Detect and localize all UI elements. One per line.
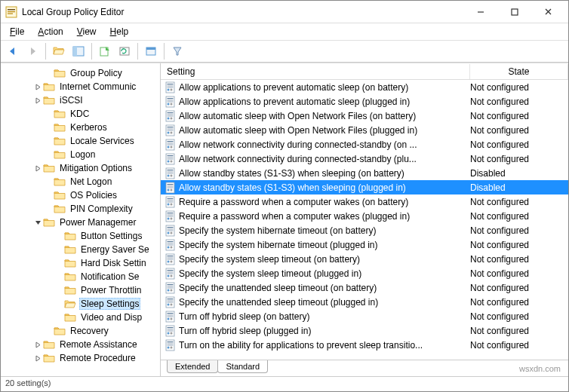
tree-expand-icon[interactable] xyxy=(32,355,43,362)
setting-row[interactable]: Require a password when a computer wakes… xyxy=(161,209,568,223)
tree-item[interactable]: Mitigation Options xyxy=(1,161,160,175)
setting-row[interactable]: Require a password when a computer wakes… xyxy=(161,194,568,209)
column-header-setting[interactable]: Setting xyxy=(161,64,470,79)
tree-item[interactable]: KDC xyxy=(1,107,160,121)
close-button[interactable] xyxy=(531,2,565,23)
menu-help[interactable]: Help xyxy=(104,25,135,38)
setting-row[interactable]: Turn on the ability for applications to … xyxy=(161,338,568,352)
watermark: wsxdn.com xyxy=(519,364,561,373)
setting-row[interactable]: Specify the unattended sleep timeout (on… xyxy=(161,280,568,295)
tree-item[interactable]: Sleep Settings xyxy=(1,297,160,311)
setting-row[interactable]: Turn off hybrid sleep (on battery)Not co… xyxy=(161,309,568,323)
tree-item[interactable]: iSCSI xyxy=(1,93,160,107)
tree-item-label: Video and Disp xyxy=(79,312,143,323)
setting-row[interactable]: Allow standby states (S1-S3) when sleepi… xyxy=(161,180,568,194)
setting-state: Not configured xyxy=(470,283,568,293)
tree-item[interactable]: Kerberos xyxy=(1,121,160,134)
list-header: Setting State xyxy=(161,63,568,80)
setting-name: Specify the unattended sleep timeout (pl… xyxy=(179,297,470,308)
setting-state: Not configured xyxy=(470,254,568,265)
show-hide-tree-button[interactable] xyxy=(69,42,88,60)
tree-item[interactable]: Remote Assistance xyxy=(1,338,160,351)
tree-item[interactable]: Hard Disk Settin xyxy=(1,256,160,270)
tree-item[interactable]: Net Logon xyxy=(1,175,160,188)
menu-action[interactable]: Action xyxy=(32,25,69,38)
setting-row[interactable]: Turn off hybrid sleep (plugged in)Not co… xyxy=(161,323,568,338)
setting-name: Allow automatic sleep with Open Network … xyxy=(179,111,470,121)
forward-button[interactable] xyxy=(23,42,42,60)
toolbar-separator xyxy=(45,43,46,60)
tree-item[interactable]: Video and Disp xyxy=(1,311,160,324)
tree-item[interactable]: Power Throttlin xyxy=(1,283,160,297)
back-button[interactable] xyxy=(4,42,22,60)
setting-row[interactable]: Specify the system sleep timeout (on bat… xyxy=(161,252,568,266)
setting-row[interactable]: Specify the system hibernate timeout (pl… xyxy=(161,237,568,252)
tree-expand-icon[interactable] xyxy=(32,97,43,104)
setting-name: Allow automatic sleep with Open Network … xyxy=(179,125,470,136)
setting-state: Not configured xyxy=(470,96,568,107)
tab-extended[interactable]: Extended xyxy=(167,360,218,373)
setting-row[interactable]: Specify the system hibernate timeout (on… xyxy=(161,223,568,237)
policy-icon xyxy=(164,296,176,308)
column-header-state[interactable]: State xyxy=(470,64,568,79)
setting-row[interactable]: Allow automatic sleep with Open Network … xyxy=(161,123,568,137)
tree-item[interactable]: Logon xyxy=(1,148,160,161)
tree-expand-icon[interactable] xyxy=(32,219,43,226)
tree-item-label: KDC xyxy=(69,109,91,119)
tree-expand-icon[interactable] xyxy=(32,165,43,172)
tree-item-label: Logon xyxy=(69,149,97,160)
tree-item-label: Mitigation Options xyxy=(58,163,134,173)
tree-item[interactable]: Notification Se xyxy=(1,270,160,283)
tree-item[interactable]: Locale Services xyxy=(1,134,160,148)
tree-item-label: iSCSI xyxy=(58,95,85,106)
policy-icon xyxy=(164,239,176,251)
setting-name: Specify the system hibernate timeout (pl… xyxy=(179,240,470,250)
menu-view[interactable]: View xyxy=(71,25,103,38)
setting-row[interactable]: Allow applications to prevent automatic … xyxy=(161,94,568,109)
setting-row[interactable]: Specify the system sleep timeout (plugge… xyxy=(161,266,568,280)
refresh-button[interactable] xyxy=(115,42,134,60)
policy-icon xyxy=(164,210,176,222)
setting-state: Disabled xyxy=(470,182,568,193)
setting-row[interactable]: Allow automatic sleep with Open Network … xyxy=(161,109,568,123)
tree-item[interactable]: Power Managemer xyxy=(1,216,160,229)
policy-icon xyxy=(164,167,176,179)
maximize-button[interactable] xyxy=(497,2,531,23)
tree-item[interactable]: Recovery xyxy=(1,324,160,338)
tree-item[interactable]: Button Settings xyxy=(1,229,160,243)
menu-file[interactable]: File xyxy=(4,25,30,38)
filter-button[interactable] xyxy=(168,42,186,60)
settings-list[interactable]: Allow applications to prevent automatic … xyxy=(161,80,568,360)
setting-row[interactable]: Allow applications to prevent automatic … xyxy=(161,80,568,94)
tree-item-label: Remote Assistance xyxy=(58,339,139,350)
minimize-button[interactable] xyxy=(463,2,497,23)
export-button[interactable] xyxy=(96,42,114,60)
setting-state: Not configured xyxy=(470,311,568,322)
up-button[interactable] xyxy=(50,42,68,60)
titlebar[interactable]: Local Group Policy Editor xyxy=(1,1,568,23)
tree-item-label: Sleep Settings xyxy=(79,298,140,310)
tree-item[interactable]: OS Policies xyxy=(1,188,160,202)
setting-name: Require a password when a computer wakes… xyxy=(179,211,470,222)
tree-expand-icon[interactable] xyxy=(32,84,43,90)
setting-row[interactable]: Specify the unattended sleep timeout (pl… xyxy=(161,295,568,309)
tree-item-label: Remote Procedure xyxy=(58,353,137,363)
tree-expand-icon[interactable] xyxy=(32,341,43,348)
tab-standard[interactable]: Standard xyxy=(217,360,268,373)
setting-state: Not configured xyxy=(470,125,568,136)
tree-item[interactable]: Energy Saver Se xyxy=(1,243,160,256)
policy-icon xyxy=(164,110,176,122)
tree-item[interactable]: Internet Communic xyxy=(1,80,160,93)
tree-item[interactable]: PIN Complexity xyxy=(1,202,160,216)
tree-item-label: Notification Se xyxy=(79,271,140,282)
properties-button[interactable] xyxy=(142,42,160,60)
setting-name: Specify the unattended sleep timeout (on… xyxy=(179,283,470,293)
setting-row[interactable]: Allow network connectivity during connec… xyxy=(161,152,568,166)
tree-pane[interactable]: Group PolicyInternet CommuniciSCSIKDCKer… xyxy=(1,63,161,376)
setting-row[interactable]: Allow standby states (S1-S3) when sleepi… xyxy=(161,166,568,180)
tree-item[interactable]: Remote Procedure xyxy=(1,351,160,365)
window: Local Group Policy Editor File Action Vi… xyxy=(0,0,569,392)
tree-item-label: OS Policies xyxy=(69,190,118,201)
tree-item[interactable]: Group Policy xyxy=(1,66,160,80)
setting-row[interactable]: Allow network connectivity during connec… xyxy=(161,137,568,152)
